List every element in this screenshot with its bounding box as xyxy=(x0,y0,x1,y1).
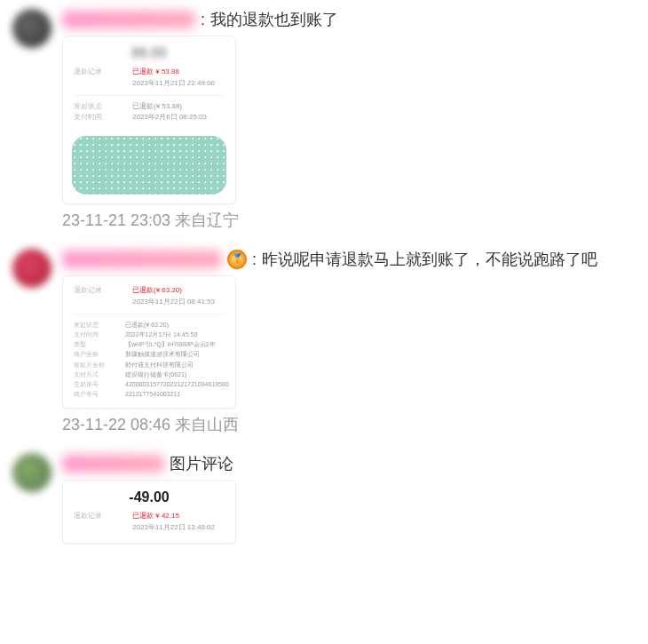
amount: -49.00 xyxy=(74,489,225,511)
refund-time: 2023年11月22日 13:48:02 xyxy=(132,523,215,531)
decorative-pattern xyxy=(72,136,226,195)
refund-time: 2023年11月22日 08:41:53 xyxy=(132,298,215,306)
status-label: 发起状态 xyxy=(74,101,123,113)
comment-item: : 我的退款也到账了 89.00 退款记录 已退款 ¥ 53.88 2023年1… xyxy=(0,0,648,240)
refund-status: 已退款 ¥ 53.88 xyxy=(132,68,179,76)
colon: : xyxy=(201,11,205,29)
record-label: 退款记录 xyxy=(74,511,123,534)
record-label: 退款记录 xyxy=(74,67,123,90)
avatar[interactable] xyxy=(12,249,51,288)
attached-screenshot[interactable]: 退款记录 已退款(¥ 63.20) 2023年11月22日 08:41:53 发… xyxy=(62,275,236,409)
detail-rows: 发起状态已退款(¥ 63.20) 支付时间2022年12月17日 14:45:5… xyxy=(74,320,225,400)
username[interactable] xyxy=(62,11,195,28)
comment-meta: 23-11-22 08:46 来自山西 xyxy=(62,414,639,435)
paytime-value: 2023年2月6日 08:25:03 xyxy=(132,112,207,123)
status-value: 已退款(¥ 53.88) xyxy=(132,101,182,113)
comment-meta: 23-11-21 23:03 来自辽宁 xyxy=(62,210,639,231)
colon: : xyxy=(252,250,257,269)
refund-status: 已退款(¥ 63.20) xyxy=(132,286,182,294)
amount: 89.00 xyxy=(74,45,225,67)
avatar[interactable] xyxy=(12,9,51,48)
attached-screenshot[interactable]: -49.00 退款记录 已退款 ¥ 42.15 2023年11月22日 13:4… xyxy=(62,480,236,544)
record-label: 退款记录 xyxy=(74,285,123,308)
comment-text: 我的退款也到账了 xyxy=(210,9,338,30)
username[interactable] xyxy=(62,250,222,268)
refund-status: 已退款 ¥ 42.15 xyxy=(132,512,179,520)
refund-time: 2023年11月21日 22:49:00 xyxy=(132,79,215,87)
comment-text: 图片评论 xyxy=(170,453,233,474)
paytime-label: 支付时间 xyxy=(74,112,123,123)
comment-text: 昨说呢申请退款马上就到账了，不能说跑路了吧 xyxy=(262,249,597,270)
comment-item: 图片评论 -49.00 退款记录 已退款 ¥ 42.15 2023年11月22日… xyxy=(0,444,648,558)
comment-item: 🏅 : 昨说呢申请退款马上就到账了，不能说跑路了吧 退款记录 已退款(¥ 63.… xyxy=(0,240,648,444)
vip-badge-icon: 🏅 xyxy=(227,250,247,269)
avatar[interactable] xyxy=(12,453,51,492)
username[interactable] xyxy=(62,455,164,473)
attached-screenshot[interactable]: 89.00 退款记录 已退款 ¥ 53.88 2023年11月21日 22:49… xyxy=(62,36,236,204)
